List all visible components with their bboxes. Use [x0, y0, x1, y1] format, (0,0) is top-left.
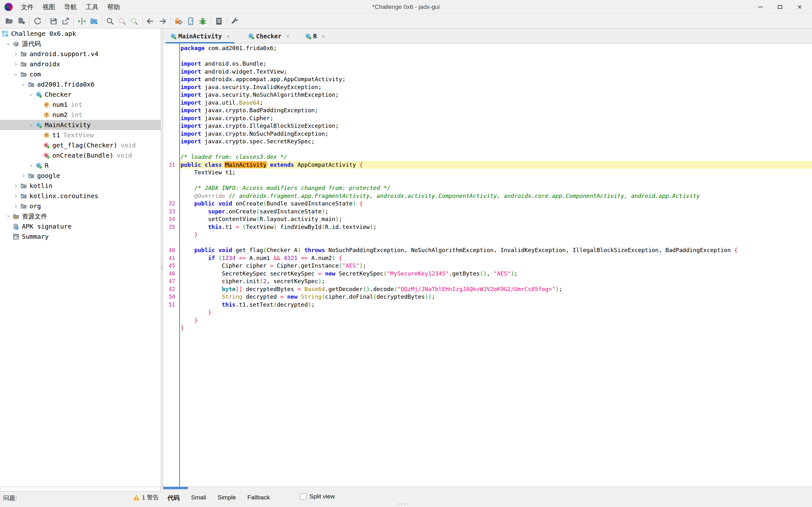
chevron-down-icon[interactable] [13, 72, 20, 77]
back-button[interactable] [144, 15, 156, 27]
tree-item-mainactivity[interactable]: cMainActivity [0, 120, 161, 130]
selected-word[interactable]: MainActivity [225, 161, 266, 168]
close-button[interactable]: × [790, 0, 809, 14]
tree-item-t1[interactable]: ft1TextView [0, 130, 161, 140]
tree-item-com[interactable]: com [0, 69, 161, 79]
line-number: 34 [163, 215, 178, 223]
minimize-button[interactable] [751, 0, 770, 14]
code-line-text: } [178, 309, 212, 316]
code-line-text: /* JADX INFO: Access modifiers changed f… [178, 184, 390, 191]
tab-close-icon[interactable]: × [321, 33, 325, 39]
tree-item-r[interactable]: cR [0, 160, 161, 171]
preferences-button[interactable] [229, 15, 241, 27]
tree-item-label: 资源文件 [22, 211, 47, 221]
tab-close-icon[interactable]: × [286, 33, 290, 39]
bottom-tab-fallback[interactable]: Fallback [248, 494, 270, 502]
svg-text:c: c [172, 34, 174, 38]
chevron-right-icon[interactable] [6, 214, 13, 219]
chevron-right-icon[interactable] [13, 61, 20, 67]
search-button[interactable] [104, 15, 116, 27]
debugger-button[interactable] [197, 15, 209, 27]
problems-panel-edge [0, 487, 161, 492]
tree-item-label: Challenge 0x6.apk [11, 29, 76, 39]
tree-item-org[interactable]: org [0, 201, 161, 211]
code-line-text: import android.os.Bundle; [178, 60, 266, 67]
tree-item-num1[interactable]: fnum1int [0, 100, 161, 110]
tree-item-get-flag-checker-[interactable]: mget_flag(Checker)void [0, 140, 161, 150]
log-viewer-button[interactable] [213, 15, 225, 27]
chevron-down-icon[interactable] [29, 122, 36, 127]
folder-icon [20, 51, 27, 57]
tree-item-android-support-v4[interactable]: android.support.v4 [0, 49, 161, 59]
chevron-right-icon[interactable] [21, 173, 28, 178]
chevron-down-icon[interactable] [21, 82, 28, 87]
tab-close-icon[interactable]: × [226, 33, 230, 39]
maximize-icon [778, 5, 782, 9]
device-button[interactable] [185, 15, 197, 27]
code-line-text [178, 53, 181, 59]
chevron-right-icon[interactable] [13, 51, 20, 56]
sync-with-editor-button[interactable] [76, 15, 88, 27]
add-files-icon [17, 17, 26, 25]
panel-splitter[interactable] [161, 29, 163, 487]
code-line-text: import javax.crypto.IllegalBlockSizeExce… [178, 122, 339, 129]
save-all-button[interactable] [48, 15, 60, 27]
tree-item-androidx[interactable]: androidx [0, 59, 161, 69]
chevron-down-icon[interactable] [6, 41, 13, 46]
tree-item-type: TextView [63, 130, 94, 140]
problems-label: 问题: [3, 494, 17, 502]
tree-item-num2[interactable]: fnum2int [0, 110, 161, 120]
tree-item-ad2001-frida0x6[interactable]: ad2001.frida0x6 [0, 79, 161, 90]
menu-item[interactable]: 导航 [60, 0, 81, 14]
bottom-tab-smali[interactable]: Smali [191, 494, 206, 502]
tree-item--[interactable]: 源代码 [0, 39, 161, 49]
tab-mainactivity[interactable]: cMainActivity× [166, 29, 235, 44]
svg-text:c: c [38, 122, 40, 127]
chevron-down-icon[interactable] [29, 92, 36, 97]
toolbar-separator [211, 16, 211, 26]
menu-item[interactable]: 帮助 [103, 0, 124, 14]
split-view-checkbox[interactable] [300, 493, 307, 500]
bottom-tab-代码[interactable]: 代码 [167, 494, 180, 502]
split-view-control: Split view [300, 493, 335, 500]
class-search-button[interactable] [128, 15, 140, 27]
tree-item-label: num1 [52, 100, 67, 110]
tree-item-google[interactable]: google [0, 171, 161, 181]
forward-button[interactable] [156, 15, 168, 27]
warnings-button[interactable]: 1 警告 [133, 493, 159, 502]
export-button[interactable] [60, 15, 72, 27]
tree-item-summary[interactable]: Summary [0, 231, 161, 242]
maximize-button[interactable] [770, 0, 790, 14]
open-file-button[interactable] [3, 15, 15, 27]
tree-item-apk-signature[interactable]: APK signature [0, 221, 161, 231]
menu-item[interactable]: 视图 [38, 0, 60, 14]
tree-item-kotlinx-coroutines[interactable]: kotlinx.coroutines [0, 191, 161, 201]
add-files-button[interactable] [15, 15, 27, 27]
chevron-right-icon[interactable] [13, 204, 20, 209]
bottom-tab-simple[interactable]: Simple [218, 494, 236, 502]
code-line: 46 SecretKeySpec secretKeySpec = new Sec… [163, 270, 812, 278]
chevron-right-icon[interactable] [13, 183, 20, 188]
flat-packages-button[interactable] [88, 15, 100, 27]
menu-item[interactable]: 文件 [16, 0, 38, 14]
tab-label: Checker [256, 33, 282, 40]
tree-item-kotlin[interactable]: kotlin [0, 181, 161, 191]
code-line-text: public class MainActivity extends AppCom… [178, 161, 363, 168]
resources-icon [13, 213, 19, 220]
deobfuscation-button[interactable] [172, 15, 185, 27]
tree-item--[interactable]: 资源文件 [0, 211, 161, 221]
code-editor[interactable]: package com.ad2001.frida0x6;import andro… [163, 44, 812, 487]
tab-checker[interactable]: cChecker× [243, 29, 294, 44]
chevron-right-icon[interactable] [13, 193, 20, 199]
tab-r[interactable]: cR× [301, 29, 330, 44]
tree-item-oncreate-bundle-[interactable]: monCreate(Bundle)void [0, 150, 161, 160]
text-search-button[interactable] [116, 15, 128, 27]
tree-item-checker[interactable]: cChecker [0, 90, 161, 100]
source-icon [13, 41, 19, 47]
folder-icon [28, 172, 35, 179]
reload-button[interactable] [32, 15, 44, 27]
chevron-right-icon[interactable] [29, 163, 36, 168]
toolbar [0, 14, 812, 29]
tree-item-challenge-0x6-apk[interactable]: Challenge 0x6.apk [0, 29, 161, 39]
menu-item[interactable]: 工具 [81, 0, 103, 14]
